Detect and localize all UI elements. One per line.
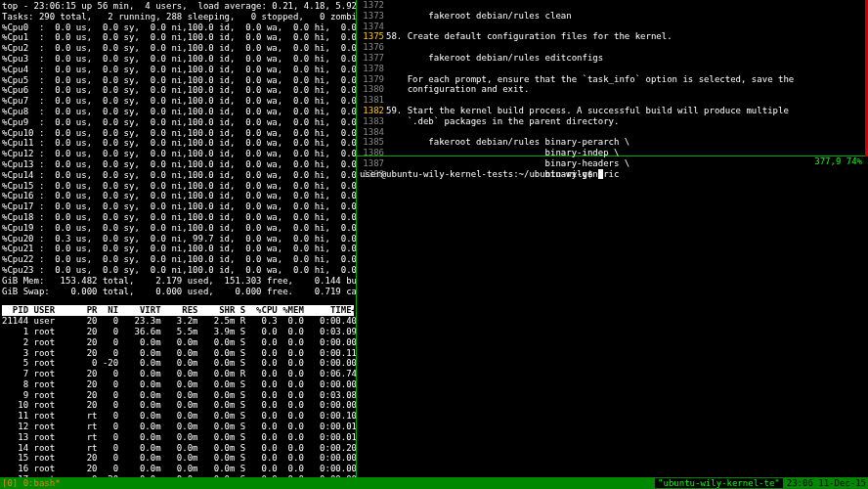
process-row: 1 root 20 0 36.6m 5.5m 3.9m S 0.0 0.0 0:…: [2, 327, 354, 337]
cpu-line: %Cpu18 : 0.0 us, 0.0 sy, 0.0 ni,100.0 id…: [2, 212, 354, 223]
process-row: 7 root 20 0 0.0m 0.0m 0.0m R 0.0 0.0 0:0…: [2, 369, 354, 379]
editor-line: [386, 22, 865, 32]
line-number: 1376: [357, 42, 384, 53]
cursor-icon: [598, 169, 603, 179]
top-col-header: PID USER PR NI VIRT RES SHR S %CPU %MEM …: [2, 305, 354, 316]
editor-line: `.deb` packages in the parent directory.: [386, 116, 865, 127]
cpu-line: %Cpu1 : 0.0 us, 0.0 sy, 0.0 ni,100.0 id,…: [2, 32, 354, 43]
line-number: 1385: [357, 137, 384, 148]
cpu-line: %Cpu9 : 0.0 us, 0.0 sy, 0.0 ni,100.0 id,…: [2, 117, 354, 128]
line-number: 1383: [357, 116, 384, 127]
line-number: 1380: [357, 84, 384, 95]
line-number: 1381: [357, 95, 384, 106]
line-number: 1379: [357, 74, 384, 85]
cpu-line: %Cpu22 : 0.0 us, 0.0 sy, 0.0 ni,100.0 id…: [2, 254, 354, 265]
line-number: 1382: [357, 106, 384, 116]
line-number: 1374: [357, 22, 384, 32]
process-row: 21144 user 20 0 23.3m 3.2m 2.5m R 0.3 0.…: [2, 316, 354, 327]
editor-line: For each prompt, ensure that the `task_i…: [386, 74, 865, 85]
process-row: 10 root 20 0 0.0m 0.0m 0.0m S 0.0 0.0 0:…: [2, 400, 354, 411]
tmux-window-tab[interactable]: [0] 0:bash*: [2, 478, 655, 489]
process-row: 12 root rt 0 0.0m 0.0m 0.0m S 0.0 0.0 0:…: [2, 422, 354, 432]
process-row: 15 root 20 0 0.0m 0.0m 0.0m S 0.0 0.0 0:…: [2, 453, 354, 464]
line-number: 1373: [357, 11, 384, 22]
editor-line: 59. Start the kernel build process. A su…: [386, 106, 865, 116]
editor-line: fakeroot debian/rules editconfigs: [386, 53, 865, 64]
editor-line: fakeroot debian/rules binary-perarch \: [386, 137, 865, 148]
vim-ruler: 377,9 74%: [357, 156, 868, 168]
cpu-line: %Cpu7 : 0.0 us, 0.0 sy, 0.0 ni,100.0 id,…: [2, 96, 354, 107]
editor-pane[interactable]: 1372137313741375137613771378137913801381…: [357, 0, 868, 156]
process-row: 16 root 20 0 0.0m 0.0m 0.0m S 0.0 0.0 0:…: [2, 464, 354, 474]
line-number: 1378: [357, 64, 384, 74]
editor-line: [386, 64, 865, 74]
editor-line: configuration and exit.: [386, 84, 865, 95]
cpu-line: %Cpu13 : 0.0 us, 0.0 sy, 0.0 ni,100.0 id…: [2, 159, 354, 170]
tmux-host: "ubuntu-wily-kernel-te": [655, 478, 783, 489]
tmux-status[interactable]: [0] 0:bash* "ubuntu-wily-kernel-te" 23:0…: [0, 477, 868, 489]
process-row: 17 root 0 -20 0.0m 0.0m 0.0m S 0.0 0.0 0…: [2, 474, 354, 477]
cpu-line: %Cpu4 : 0.0 us, 0.0 sy, 0.0 ni,100.0 id,…: [2, 65, 354, 75]
tmux-clock: 23:06 11-Dec-15: [787, 478, 866, 489]
cpu-line: %Cpu11 : 0.0 us, 0.0 sy, 0.0 ni,100.0 id…: [2, 138, 354, 149]
top-mem: GiB Mem: 153.482 total, 2.179 used, 151.…: [2, 276, 354, 287]
editor-line: [386, 127, 865, 138]
line-number: 1372: [357, 0, 384, 11]
editor-line: [386, 0, 865, 11]
cpu-line: %Cpu20 : 0.3 us, 0.0 sy, 0.0 ni, 99.7 id…: [2, 234, 354, 244]
cpu-line: %Cpu0 : 0.0 us, 0.0 sy, 0.0 ni,100.0 id,…: [2, 22, 354, 33]
cpu-line: %Cpu3 : 0.0 us, 0.0 sy, 0.0 ni,100.0 id,…: [2, 54, 354, 65]
process-row: 2 root 20 0 0.0m 0.0m 0.0m S 0.0 0.0 0:0…: [2, 337, 354, 348]
cpu-line: %Cpu2 : 0.0 us, 0.0 sy, 0.0 ni,100.0 id,…: [2, 43, 354, 54]
cpu-line: %Cpu21 : 0.0 us, 0.0 sy, 0.0 ni,100.0 id…: [2, 244, 354, 254]
cpu-line: %Cpu6 : 0.0 us, 0.0 sy, 0.0 ni,100.0 id,…: [2, 85, 354, 96]
cpu-line: %Cpu15 : 0.0 us, 0.0 sy, 0.0 ni,100.0 id…: [2, 181, 354, 192]
shell-prompt: user@ubuntu-wily-kernel-tests:~/ubuntu-w…: [360, 169, 598, 179]
cpu-line: %Cpu10 : 0.0 us, 0.0 sy, 0.0 ni,100.0 id…: [2, 128, 354, 139]
editor-line: [386, 95, 865, 106]
top-pane[interactable]: top - 23:06:15 up 56 min, 4 users, load …: [0, 0, 357, 477]
cpu-line: %Cpu8 : 0.0 us, 0.0 sy, 0.0 ni,100.0 id,…: [2, 107, 354, 117]
line-number: 1384: [357, 127, 384, 138]
editor-line: fakeroot debian/rules clean: [386, 11, 865, 22]
cpu-line: %Cpu17 : 0.0 us, 0.0 sy, 0.0 ni,100.0 id…: [2, 201, 354, 212]
process-row: 9 root 20 0 0.0m 0.0m 0.0m S 0.0 0.0 0:0…: [2, 390, 354, 401]
editor-line: 58. Create default configuration files f…: [386, 31, 865, 42]
process-row: 5 root 0 -20 0.0m 0.0m 0.0m S 0.0 0.0 0:…: [2, 358, 354, 369]
cpu-line: %Cpu14 : 0.0 us, 0.0 sy, 0.0 ni,100.0 id…: [2, 170, 354, 181]
line-number: 1375: [357, 31, 384, 42]
top-header: top - 23:06:15 up 56 min, 4 users, load …: [2, 1, 354, 12]
line-number: 1377: [357, 53, 384, 64]
process-row: 13 root rt 0 0.0m 0.0m 0.0m S 0.0 0.0 0:…: [2, 432, 354, 443]
cpu-line: %Cpu19 : 0.0 us, 0.0 sy, 0.0 ni,100.0 id…: [2, 223, 354, 234]
top-tasks: Tasks: 290 total, 2 running, 288 sleepin…: [2, 12, 354, 22]
cpu-line: %Cpu23 : 0.0 us, 0.0 sy, 0.0 ni,100.0 id…: [2, 265, 354, 276]
top-swap: GiB Swap: 0.000 total, 0.000 used, 0.000…: [2, 287, 354, 297]
editor-line: [386, 42, 865, 53]
process-row: 3 root 20 0 0.0m 0.0m 0.0m S 0.0 0.0 0:0…: [2, 348, 354, 359]
cpu-line: %Cpu16 : 0.0 us, 0.0 sy, 0.0 ni,100.0 id…: [2, 191, 354, 201]
shell-pane[interactable]: user@ubuntu-wily-kernel-tests:~/ubuntu-w…: [357, 168, 868, 477]
cpu-line: %Cpu5 : 0.0 us, 0.0 sy, 0.0 ni,100.0 id,…: [2, 75, 354, 86]
process-row: 8 root 20 0 0.0m 0.0m 0.0m S 0.0 0.0 0:0…: [2, 379, 354, 390]
process-row: 14 root rt 0 0.0m 0.0m 0.0m S 0.0 0.0 0:…: [2, 443, 354, 454]
cpu-line: %Cpu12 : 0.0 us, 0.0 sy, 0.0 ni,100.0 id…: [2, 149, 354, 159]
process-row: 11 root rt 0 0.0m 0.0m 0.0m S 0.0 0.0 0:…: [2, 411, 354, 422]
